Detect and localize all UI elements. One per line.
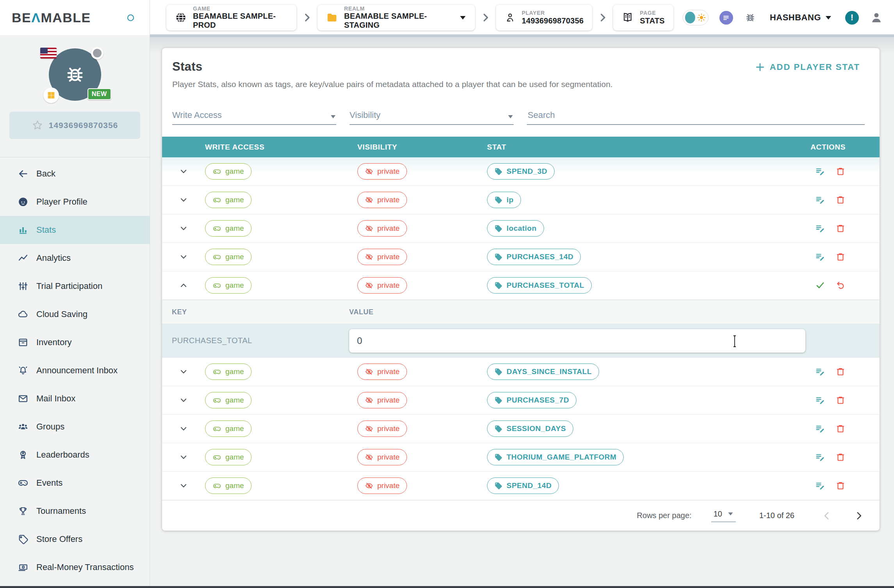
sliders-icon xyxy=(17,281,29,292)
breadcrumb-realm-chip[interactable]: REALMBEAMABLE SAMPLE-STAGING xyxy=(318,5,475,30)
stat-value-input[interactable]: 0 xyxy=(349,329,805,353)
new-player-badge: NEW xyxy=(87,88,111,100)
table-row: game private xyxy=(162,186,880,214)
theme-toggle-knob xyxy=(685,12,695,23)
delete-stat-button[interactable] xyxy=(835,195,846,205)
windows-platform-badge xyxy=(43,87,59,103)
add-player-stat-button[interactable]: ADD PLAYER STAT xyxy=(755,62,860,72)
delete-stat-button[interactable] xyxy=(835,452,846,462)
player-id: 14936969870356 xyxy=(49,121,118,130)
delete-stat-button[interactable] xyxy=(835,252,846,262)
rows-per-page-select[interactable]: 10 xyxy=(711,510,736,522)
revert-edit-button[interactable] xyxy=(835,280,846,290)
edit-stat-button[interactable] xyxy=(815,252,825,262)
alert-icon[interactable]: ! xyxy=(845,11,859,25)
edit-stat-button[interactable] xyxy=(815,452,825,462)
topbar: GAMEBEAMABLE SAMPLE-PROD REALMBEAMABLE S… xyxy=(150,0,894,35)
confirm-edit-button[interactable] xyxy=(815,280,825,290)
gamepad-icon xyxy=(212,224,221,233)
sidebar-toggle-icon[interactable] xyxy=(127,14,134,21)
edit-note-icon xyxy=(815,223,825,233)
sidebar-item-back[interactable]: Back xyxy=(0,160,150,188)
theme-toggle[interactable] xyxy=(683,10,708,25)
expand-row-button[interactable] xyxy=(179,224,188,233)
topbar-logo-section: BEΛMABLE xyxy=(0,0,150,35)
table-row: game private xyxy=(162,243,880,271)
edit-note-icon xyxy=(815,252,825,262)
expand-row-button[interactable] xyxy=(179,481,188,490)
sidebar-item-analytics[interactable]: Analytics xyxy=(0,244,150,272)
sidebar-item-events[interactable]: Events xyxy=(0,469,150,497)
edit-stat-button[interactable] xyxy=(815,424,825,434)
previous-page-button[interactable] xyxy=(822,511,832,521)
sun-icon xyxy=(697,13,706,22)
detail-value-row: PURCHASES_TOTAL 0 xyxy=(162,324,880,358)
edit-stat-button[interactable] xyxy=(815,166,825,176)
chevron-down-icon xyxy=(459,15,466,20)
write-access-chip: game xyxy=(205,192,252,208)
delete-stat-button[interactable] xyxy=(835,166,846,176)
search-input[interactable] xyxy=(527,110,865,124)
expand-row-button[interactable] xyxy=(179,281,188,290)
delete-stat-button[interactable] xyxy=(835,481,846,491)
crumb-value: STATS xyxy=(640,16,665,25)
edit-stat-button[interactable] xyxy=(815,195,825,205)
sidebar-item-mail-inbox[interactable]: Mail Inbox xyxy=(0,385,150,413)
horizontal-scrollbar[interactable] xyxy=(150,34,894,37)
expand-row-button[interactable] xyxy=(179,195,188,205)
chevron-down-icon xyxy=(179,424,188,433)
stat-chip: PURCHASES_7D xyxy=(487,392,576,408)
breadcrumb-player-chip[interactable]: PLAYER14936969870356 xyxy=(496,5,592,30)
edit-stat-button[interactable] xyxy=(815,223,825,233)
book-icon xyxy=(622,12,633,23)
bug-report-icon[interactable] xyxy=(744,11,757,24)
next-page-button[interactable] xyxy=(854,511,864,521)
edit-stat-button[interactable] xyxy=(815,367,825,377)
breadcrumb-page-chip[interactable]: PAGESTATS xyxy=(613,5,673,30)
stat-chip: THORIUM_GAME_PLATFORM xyxy=(487,449,624,465)
visibility-chip: private xyxy=(357,449,407,465)
player-id-box[interactable]: 14936969870356 xyxy=(9,112,140,139)
account-icon[interactable] xyxy=(870,11,883,24)
sidebar-item-real-money-transactions[interactable]: Real-Money Transactions xyxy=(0,553,150,581)
sidebar-item-player-profile[interactable]: Player Profile xyxy=(0,188,150,216)
page-range: 1-10 of 26 xyxy=(759,511,794,520)
sidebar-item-trial-participation[interactable]: Trial Participation xyxy=(0,272,150,300)
tag-icon xyxy=(17,534,29,545)
sidebar-item-tournaments[interactable]: Tournaments xyxy=(0,497,150,525)
medal-icon xyxy=(17,449,29,460)
delete-stat-button[interactable] xyxy=(835,395,846,405)
org-selector[interactable]: HASHBANG xyxy=(770,12,832,23)
stat-chip: ip xyxy=(487,192,521,208)
edit-stat-button[interactable] xyxy=(815,395,825,405)
sidebar-item-store-offers[interactable]: Store Offers xyxy=(0,525,150,553)
visibility-filter[interactable]: Visibility xyxy=(350,104,514,125)
write-access-chip: game xyxy=(205,449,252,465)
expand-row-button[interactable] xyxy=(179,367,188,376)
breadcrumb-game-chip[interactable]: GAMEBEAMABLE SAMPLE-PROD xyxy=(166,5,296,30)
arrow-left-icon xyxy=(17,168,29,179)
sidebar-item-stats[interactable]: Stats xyxy=(0,216,150,244)
expand-row-button[interactable] xyxy=(179,396,188,405)
changelog-menu-icon[interactable] xyxy=(719,11,733,25)
stat-chip: SPEND_14D xyxy=(487,478,559,494)
expand-row-button[interactable] xyxy=(179,167,188,176)
delete-stat-button[interactable] xyxy=(835,367,846,377)
expand-row-button[interactable] xyxy=(179,252,188,262)
sidebar-item-groups[interactable]: Groups xyxy=(0,413,150,441)
edit-stat-button[interactable] xyxy=(815,481,825,491)
folder-icon xyxy=(326,12,338,23)
star-icon[interactable] xyxy=(32,119,43,131)
delete-stat-button[interactable] xyxy=(835,424,846,434)
sidebar-item-leaderboards[interactable]: Leaderboards xyxy=(0,441,150,469)
sidebar-item-inventory[interactable]: Inventory xyxy=(0,328,150,356)
crumb-label: GAME xyxy=(193,5,288,12)
sidebar-item-cloud-saving[interactable]: Cloud Saving xyxy=(0,300,150,328)
write-access-filter[interactable]: Write Access xyxy=(172,104,336,125)
delete-stat-button[interactable] xyxy=(835,223,846,233)
expand-row-button[interactable] xyxy=(179,424,188,433)
write-access-chip: game xyxy=(205,163,252,180)
expand-row-button[interactable] xyxy=(179,453,188,462)
gamepad-icon xyxy=(17,478,29,488)
sidebar-item-announcement-inbox[interactable]: Announcement Inbox xyxy=(0,356,150,385)
